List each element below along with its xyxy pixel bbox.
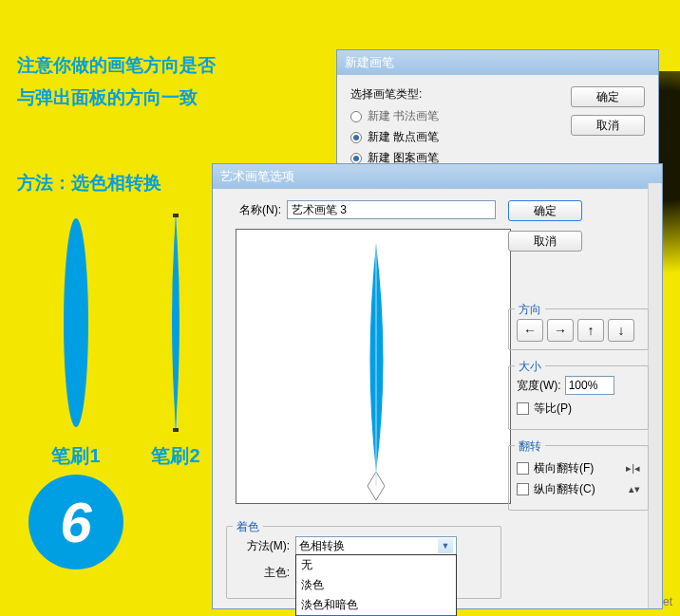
instruction-method: 方法：选色相转换 <box>17 171 161 196</box>
flip-legend: 翻转 <box>515 439 545 455</box>
size-group: 大小 宽度(W): 等比(P) <box>508 365 649 430</box>
brush1-label: 笔刷1 <box>51 443 100 469</box>
option-tint[interactable]: 淡色 <box>296 575 456 595</box>
width-label: 宽度(W): <box>517 378 561 394</box>
method-label: 方法(M): <box>235 538 290 554</box>
new-brush-dialog: 新建画笔 选择画笔类型: 新建 书法画笔 新建 散点画笔 新建 图案画笔 新建 … <box>336 49 659 182</box>
method-dropdown: 无 淡色 淡色和暗色 色相转换 <box>295 554 457 616</box>
brush1-shape-icon <box>62 214 90 432</box>
option-tint-shade[interactable]: 淡色和暗色 <box>296 595 456 615</box>
brush-preview-1: 笔刷1 <box>19 214 133 469</box>
radio-icon <box>350 111 362 122</box>
art-ok-button[interactable]: 确定 <box>508 200 582 221</box>
art-cancel-button[interactable]: 取消 <box>508 231 582 252</box>
checkbox-icon <box>517 483 529 495</box>
width-input[interactable] <box>565 376 614 395</box>
dir-down-button[interactable]: ↓ <box>608 319 634 342</box>
flip-horizontal-checkbox[interactable]: 横向翻转(F) ▸|◂ <box>517 460 640 476</box>
proportional-label: 等比(P) <box>534 401 572 417</box>
brush2-label: 笔刷2 <box>151 443 199 469</box>
flip-v-label: 纵向翻转(C) <box>534 481 595 497</box>
coloring-legend: 着色 <box>233 519 263 535</box>
new-brush-cancel-button[interactable]: 取消 <box>571 115 645 136</box>
direction-group: 方向 ← → ↑ ↓ <box>508 308 649 350</box>
svg-point-0 <box>64 218 88 427</box>
new-brush-title: 新建画笔 <box>337 50 658 75</box>
radio-label: 新建 书法画笔 <box>368 108 439 124</box>
flip-h-label: 横向翻转(F) <box>534 460 594 476</box>
flip-v-icon: ▴▾ <box>629 483 640 495</box>
flip-group: 翻转 横向翻转(F) ▸|◂ 纵向翻转(C) ▴▾ <box>508 445 649 511</box>
radio-label: 新建 散点画笔 <box>368 129 439 145</box>
main-color-label: 主色: <box>235 565 290 581</box>
step-number-badge: 6 <box>28 475 123 569</box>
direction-legend: 方向 <box>515 302 545 318</box>
flip-h-icon: ▸|◂ <box>626 462 640 475</box>
method-select[interactable]: 色相转换 ▼ <box>295 536 457 555</box>
dropdown-arrow-icon: ▼ <box>438 538 453 553</box>
new-brush-ok-button[interactable]: 确定 <box>571 86 645 107</box>
dir-right-button[interactable]: → <box>547 319 574 342</box>
dir-up-button[interactable]: ↑ <box>577 319 604 342</box>
svg-rect-3 <box>173 428 179 432</box>
flip-vertical-checkbox[interactable]: 纵向翻转(C) ▴▾ <box>517 481 640 497</box>
art-brush-title: 艺术画笔选项 <box>213 164 662 189</box>
dir-left-button[interactable]: ← <box>517 319 543 342</box>
svg-rect-2 <box>173 214 179 217</box>
art-brush-options-dialog: 艺术画笔选项 名称(N): 确定 取消 方向 ← → ↑ ↓ <box>212 163 663 609</box>
coloring-group: 着色 方法(M): 色相转换 ▼ 无 淡色 淡色和暗色 色相转换 <box>226 526 501 599</box>
proportional-checkbox[interactable]: 等比(P) <box>517 401 640 417</box>
size-legend: 大小 <box>515 359 545 375</box>
brush-preview-canvas <box>236 229 511 504</box>
option-none[interactable]: 无 <box>296 555 456 575</box>
method-selected-value: 色相转换 <box>299 538 345 554</box>
radio-icon <box>350 153 362 164</box>
name-input[interactable] <box>287 200 496 219</box>
instruction-line-1: 注意你做的画笔方向是否 <box>17 53 216 78</box>
step-number-value: 6 <box>60 490 91 555</box>
checkbox-icon <box>517 402 529 415</box>
radio-icon <box>350 132 362 143</box>
instruction-line-2: 与弹出面板的方向一致 <box>17 85 198 110</box>
brush2-shape-icon <box>164 214 187 432</box>
name-label: 名称(N): <box>226 202 281 218</box>
checkbox-icon <box>517 462 529 475</box>
